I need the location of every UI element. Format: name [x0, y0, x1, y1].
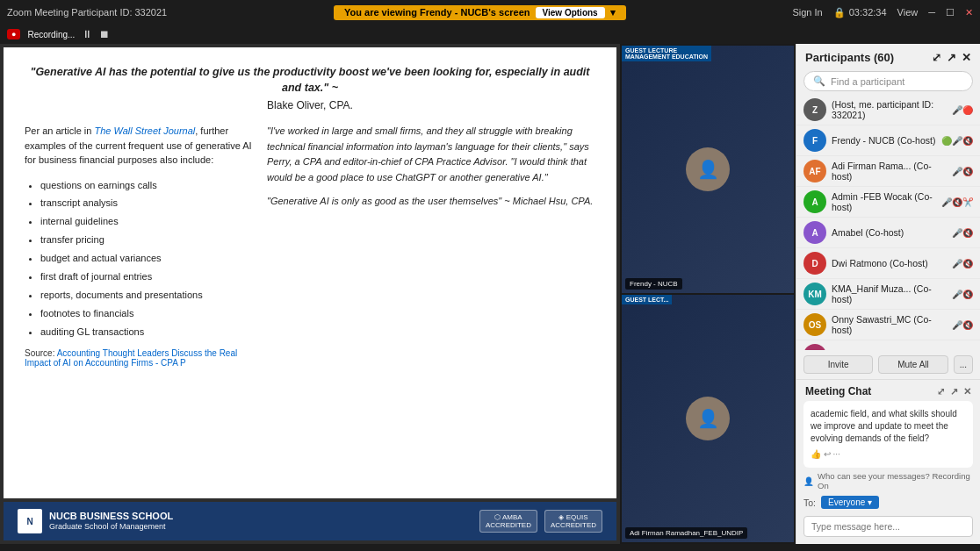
slide-bullet-item: questions on earnings calls: [40, 176, 253, 195]
pause-button[interactable]: ⏸: [82, 28, 92, 40]
chat-to-dropdown[interactable]: Everyone ▾: [821, 496, 879, 509]
wsj-link: The Wall Street Journal: [94, 125, 195, 136]
bottom-toolbar: 🎤 Join Audio ▲ 📷 Stop Video ▲ 🛡 Security…: [0, 544, 980, 551]
participants-close-icon[interactable]: ✕: [962, 51, 971, 64]
slide-bullet-item: transfer pricing: [40, 231, 253, 249]
participant-list-item[interactable]: AF Adi Firman Rama... (Co-host) 🎤🔇: [796, 156, 980, 187]
participant-name: Adi Firman Rama... (Co-host): [832, 161, 947, 182]
slide-footer: N NUCB BUSINESS SCHOOL Graduate School o…: [4, 502, 616, 540]
zoom-title-bar: Zoom Meeting Participant ID: 332021 You …: [0, 0, 980, 25]
minimize-button[interactable]: ─: [928, 7, 935, 18]
chat-to-label: To:: [803, 497, 816, 508]
chevron-down-icon: ▾: [868, 497, 872, 507]
person-icon: 👤: [803, 476, 814, 486]
slide-right-column: "I've worked in large and small firms, a…: [267, 124, 595, 368]
sign-in-button[interactable]: Sign In: [792, 7, 822, 18]
participants-expand-icon[interactable]: ⤢: [932, 51, 941, 64]
participant-list-item[interactable]: OS Onny Sawastri_MC (Co-host) 🎤🔇: [796, 310, 980, 340]
participant-list-item[interactable]: AM A.M.Bagus Pantja Putra Dala...: [796, 340, 980, 350]
participants-popout-icon[interactable]: ↗: [947, 51, 956, 64]
participant-icons: 🎤🔇: [952, 259, 973, 268]
slide-bullet-item: reports, documents and presentations: [40, 286, 253, 304]
maximize-button[interactable]: ☐: [946, 7, 955, 18]
chat-message-input[interactable]: [803, 516, 973, 537]
top-bar-right: Sign In 🔒 03:32:34 View ─ ☐ ✕: [792, 7, 973, 18]
slide-bullet-item: footnotes to financials: [40, 304, 253, 323]
invite-button[interactable]: Invite: [803, 355, 873, 374]
participant-avatar: F: [803, 129, 826, 152]
slide-content: "Generative AI has the potential to give…: [4, 47, 616, 498]
participant-icons: 🎤🔇: [952, 167, 973, 176]
chat-who-can-see: 👤 Who can see your messages? Recording O…: [803, 471, 973, 490]
participant-list-item[interactable]: A Amabel (Co-host) 🎤🔇: [796, 218, 980, 248]
recording-bar: ● Recording... ⏸ ⏹: [0, 25, 980, 44]
participant-avatar: KM: [803, 283, 826, 305]
participant-avatar: Z: [803, 98, 826, 121]
guest-lecture-overlay-1: GUEST LECTUREManagement Education: [622, 46, 711, 61]
participants-header: Participants (60) ⤢ ↗ ✕: [796, 44, 980, 68]
video-avatar-frendy: 👤: [686, 147, 730, 191]
participant-name: Onny Sawastri_MC (Co-host): [832, 314, 947, 335]
slide-body: Per an article in The Wall Street Journa…: [25, 124, 595, 368]
nucb-logo-text: NUCB BUSINESS SCHOOL Graduate School of …: [49, 510, 173, 533]
slide-right-quote2: "Generative AI is only as good as the us…: [267, 194, 595, 209]
participant-list-item[interactable]: Z (Host, me. participant ID: 332021) 🎤🔴: [796, 95, 980, 125]
slide-bullet-item: budget and actual variances: [40, 249, 253, 268]
recording-dot: ●: [7, 29, 20, 39]
main-layout: "Generative AI has the potential to give…: [0, 44, 980, 544]
participant-name: Dwi Ratmono (Co-host): [832, 258, 947, 268]
chat-close-icon[interactable]: ✕: [963, 386, 971, 397]
close-button[interactable]: ✕: [965, 7, 973, 18]
slide-quote-box: "Generative AI has the potential to give…: [25, 65, 595, 111]
video-panel-frendy: GUEST LECTUREManagement Education 👤 Fren…: [622, 46, 794, 293]
meeting-chat-title: Meeting Chat: [805, 385, 871, 397]
participants-header-icons: ⤢ ↗ ✕: [932, 51, 971, 64]
slide-intro-text: Per an article in The Wall Street Journa…: [25, 124, 253, 168]
chat-message-area: academic field, and what skills should w…: [803, 401, 973, 468]
more-options-button[interactable]: ...: [954, 355, 973, 374]
participant-list-item[interactable]: D Dwi Ratmono (Co-host) 🎤🔇: [796, 248, 980, 279]
participant-avatar: AF: [803, 160, 826, 182]
slide-quote-author: Blake Oliver, CPA.: [25, 99, 595, 111]
chevron-down-icon[interactable]: ▾: [610, 7, 616, 18]
chat-popout-icon[interactable]: ↗: [950, 386, 958, 397]
chat-message-actions[interactable]: 👍 ↩ ···: [811, 448, 966, 461]
amba-badge: ⬡ AMBAACCREDITED: [479, 510, 537, 533]
participant-icons: 🎤🔇✂️: [941, 197, 973, 207]
search-participant-box[interactable]: 🔍 Find a participant: [803, 71, 973, 91]
slide-bullet-item: transcript analysis: [40, 194, 253, 212]
chat-message-text: academic field, and what skills should w…: [811, 408, 966, 445]
viewing-label: You are viewing Frendy - NUCB's screen: [344, 7, 530, 18]
meeting-chat-header: Meeting Chat ⤢ ↗ ✕: [796, 380, 980, 401]
participant-list-item[interactable]: KM KMA_Hanif Muza... (Co-host) 🎤🔇: [796, 279, 980, 310]
participant-name: (Host, me. participant ID: 332021): [832, 99, 947, 120]
mute-all-button[interactable]: Mute All: [878, 355, 948, 374]
timer-display: 🔒 03:32:34: [833, 7, 887, 18]
chat-to-value: Everyone: [828, 497, 865, 507]
video-panel-adi: GUEST LECT... 👤 Adi Firman Ramadhan_FEB_…: [622, 295, 794, 542]
slide-right-quote1: "I've worked in large and small firms, a…: [267, 124, 595, 185]
video-avatar-adi: 👤: [686, 397, 730, 440]
presentation-area: "Generative AI has the potential to give…: [0, 44, 620, 544]
chat-expand-icon[interactable]: ⤢: [937, 386, 945, 397]
participant-name: Frendy - NUCB (Co-host): [832, 135, 936, 146]
participants-title: Participants (60): [805, 51, 894, 64]
participant-icons: 🎤🔇: [952, 320, 973, 330]
stop-button[interactable]: ⏹: [99, 28, 110, 40]
recording-label: Recording...: [27, 30, 75, 39]
view-options-button[interactable]: View Options: [536, 7, 605, 18]
video-panels: GUEST LECTUREManagement Education 👤 Fren…: [620, 44, 796, 544]
participant-list-item[interactable]: F Frendy - NUCB (Co-host) 🟢🎤🔇: [796, 125, 980, 156]
participant-avatar: A: [803, 190, 826, 213]
participant-avatar: D: [803, 252, 826, 275]
video-name-adi: Adi Firman Ramadhan_FEB_UNDIP: [625, 527, 747, 539]
participant-avatar: A: [803, 221, 826, 244]
nucb-logo-icon: N: [18, 509, 42, 533]
chat-to-row: To: Everyone ▾: [796, 492, 980, 512]
view-button[interactable]: View: [897, 7, 919, 18]
participant-list-item[interactable]: A Admin -FEB Wocak (Co-host) 🎤🔇✂️: [796, 187, 980, 218]
source-link[interactable]: Accounting Thought Leaders Discuss the R…: [25, 348, 237, 368]
app-title: Zoom Meeting Participant ID: 332021: [7, 7, 167, 18]
slide-bullet-item: first draft of journal entries: [40, 268, 253, 286]
meeting-chat-header-icons: ⤢ ↗ ✕: [937, 386, 971, 397]
